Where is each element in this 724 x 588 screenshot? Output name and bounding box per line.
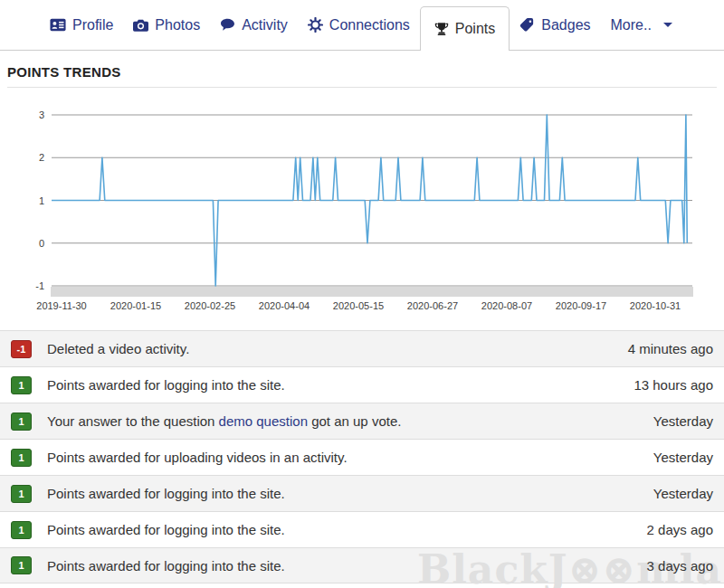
profile-tabbar: Profile Photos Activity Connections Poin… — [0, 0, 724, 51]
activity-time: Yesterday — [653, 450, 713, 465]
caret-down-icon — [663, 23, 672, 27]
activity-text-after: got an up vote. — [308, 413, 401, 429]
points-badge: 1 — [11, 521, 32, 539]
svg-text:2020-02-25: 2020-02-25 — [185, 300, 235, 311]
svg-text:2020-04-04: 2020-04-04 — [259, 300, 310, 311]
trophy-icon — [434, 22, 449, 36]
question-link[interactable]: demo question — [219, 413, 308, 429]
svg-text:2020-06-27: 2020-06-27 — [407, 300, 458, 311]
tab-label: Connections — [329, 17, 410, 33]
tab-label: Profile — [72, 17, 113, 33]
points-trends-svg: 3210-12019-11-302020-01-152020-02-252020… — [0, 90, 724, 318]
activity-text-before: Your answer to the question — [47, 413, 219, 429]
activity-time: 4 minutes ago — [628, 341, 713, 356]
points-badge: 1 — [11, 556, 32, 574]
tag-icon — [519, 17, 535, 33]
svg-text:3: 3 — [39, 109, 44, 120]
points-activity-row: 1 Points awarded for logging into the si… — [0, 366, 724, 403]
activity-text: Points awarded for logging into the site… — [47, 522, 285, 537]
points-activity-row: 1 Your answer to the question demo quest… — [0, 403, 724, 439]
points-trends-chart: 3210-12019-11-302020-01-152020-02-252020… — [0, 90, 724, 318]
gear-icon — [308, 17, 323, 33]
activity-text-before: Points awarded for uploading videos in a… — [47, 450, 348, 465]
points-activity-row: -1 Deleted a video activity. 4 minutes a… — [0, 330, 724, 366]
tab-more[interactable]: More.. — [601, 0, 682, 50]
svg-text:-1: -1 — [35, 280, 44, 291]
activity-time: Yesterday — [653, 413, 713, 429]
points-activity-row: 1 Points awarded for logging into the si… — [0, 511, 724, 547]
svg-text:2020-09-17: 2020-09-17 — [556, 300, 606, 311]
svg-text:2020-10-31: 2020-10-31 — [630, 300, 681, 311]
id-card-icon — [50, 18, 66, 32]
points-activity-row: 1 Points awarded for logging into the si… — [0, 475, 724, 511]
tab-label: Badges — [541, 17, 590, 33]
points-badge: 1 — [11, 485, 32, 503]
activity-text: Points awarded for logging into the site… — [47, 558, 285, 574]
points-activity-row: 1 Points awarded for uploading videos in… — [0, 439, 724, 475]
activity-text: Points awarded for uploading videos in a… — [47, 450, 348, 465]
points-badge: -1 — [11, 340, 32, 358]
tab-badges[interactable]: Badges — [510, 0, 600, 50]
activity-text-before: Deleted a video activity. — [47, 341, 189, 356]
tab-activity[interactable]: Activity — [210, 0, 298, 50]
activity-time: Yesterday — [653, 486, 713, 501]
camera-icon — [133, 19, 148, 32]
activity-text-before: Points awarded for logging into the site… — [47, 377, 285, 393]
svg-text:2019-11-30: 2019-11-30 — [36, 300, 86, 311]
svg-text:1: 1 — [39, 195, 44, 206]
tab-profile[interactable]: Profile — [40, 0, 123, 50]
tab-label: Photos — [155, 17, 200, 33]
tab-label: Activity — [242, 17, 288, 33]
svg-text:0: 0 — [39, 238, 44, 249]
points-badge: 1 — [11, 449, 32, 467]
points-activity-list: -1 Deleted a video activity. 4 minutes a… — [0, 330, 724, 583]
activity-text-before: Points awarded for logging into the site… — [47, 558, 285, 574]
svg-text:2020-01-15: 2020-01-15 — [110, 300, 161, 311]
tab-points[interactable]: Points — [420, 6, 510, 51]
tab-label: More.. — [611, 17, 652, 33]
activity-text: Points awarded for logging into the site… — [47, 377, 285, 393]
activity-time: 3 days ago — [647, 558, 713, 574]
comment-icon — [220, 18, 235, 32]
activity-text: Points awarded for logging into the site… — [47, 486, 285, 501]
points-badge: 1 — [11, 413, 32, 431]
tab-label: Points — [455, 21, 495, 37]
points-badge: 1 — [11, 376, 32, 394]
activity-text: Your answer to the question demo questio… — [47, 413, 401, 429]
page-title: POINTS TRENDS — [7, 64, 717, 80]
activity-time: 13 hours ago — [634, 377, 713, 393]
activity-text-before: Points awarded for logging into the site… — [47, 522, 285, 537]
tab-photos[interactable]: Photos — [123, 0, 210, 50]
tab-connections[interactable]: Connections — [298, 0, 420, 50]
activity-text-before: Points awarded for logging into the site… — [47, 486, 285, 501]
section-head: POINTS TRENDS — [7, 51, 717, 88]
points-activity-row: 1 Points awarded for logging into the si… — [0, 547, 724, 583]
svg-text:2020-05-15: 2020-05-15 — [333, 300, 384, 311]
svg-text:2020-08-07: 2020-08-07 — [481, 300, 532, 311]
activity-text: Deleted a video activity. — [47, 341, 189, 356]
svg-text:2: 2 — [39, 152, 44, 163]
activity-time: 2 days ago — [647, 522, 713, 537]
